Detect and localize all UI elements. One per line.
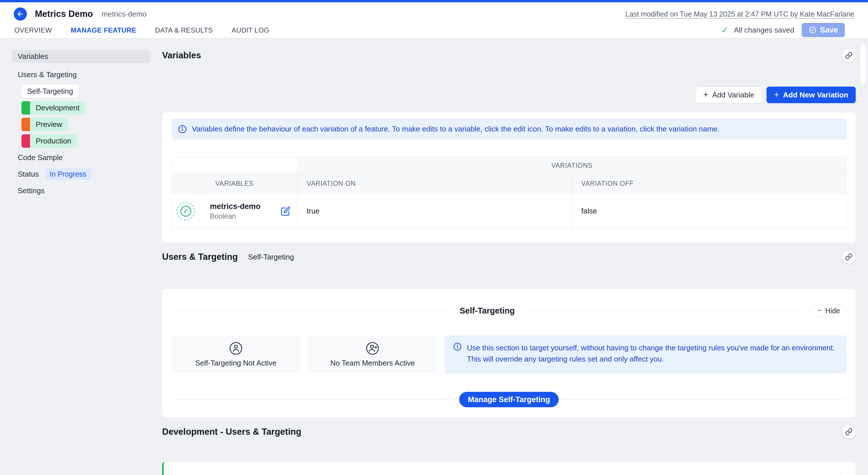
self-targeting-status-text: Self-Targeting Not Active (195, 359, 277, 368)
variation-on-value: true (298, 193, 572, 229)
sidebar-item-variables[interactable]: Variables (12, 50, 150, 63)
table-spacer-cell (172, 157, 298, 174)
variable-row: ✓ metrics-demo Boolean (172, 193, 846, 229)
users-targeting-anchor-link-button[interactable] (842, 250, 856, 264)
variable-name-cell: metrics-demo Boolean (200, 193, 298, 229)
development-section-header: Development - Users & Targeting (162, 417, 856, 447)
self-targeting-title: Self-Targeting (460, 306, 515, 316)
vertical-scrollbar-thumb[interactable] (860, 44, 867, 84)
status-badge[interactable]: In Progress (45, 168, 91, 180)
save-status-text: All changes saved (734, 26, 794, 35)
page-title: Metrics Demo (35, 9, 93, 19)
column-header-variation-on[interactable]: VARIATION ON (298, 174, 572, 193)
development-targeting-card: ✓ Targeting ON Use targeting rules to co… (162, 462, 856, 475)
variables-actions: + Add Variable + Add New Variation (162, 87, 856, 103)
variable-name: metrics-demo (210, 202, 260, 211)
sidebar-item-users-targeting[interactable]: Users & Targeting (12, 70, 76, 79)
development-color-chip (22, 101, 30, 115)
tab-overview[interactable]: OVERVIEW (14, 26, 52, 38)
column-header-variation-off[interactable]: VARIATION OFF (572, 174, 846, 193)
tab-audit-log[interactable]: AUDIT LOG (231, 26, 270, 38)
last-modified-link[interactable]: Last modified on Tue May 13 2025 at 2:47… (625, 10, 854, 18)
variable-type-cell: ✓ (172, 193, 200, 229)
development-heading: Development - Users & Targeting (162, 427, 301, 437)
sidebar-item-status[interactable]: Status (12, 170, 39, 179)
edit-variable-button[interactable] (281, 207, 290, 216)
edit-icon (281, 207, 290, 216)
variables-info-text: Variables define the behaviour of each v… (192, 124, 720, 134)
column-header-variables: VARIABLES (172, 174, 298, 193)
users-targeting-section-header: Users & Targeting Self-Targeting (162, 243, 856, 272)
feature-key: metrics-demo (101, 10, 146, 19)
sidebar-item-settings[interactable]: Settings (12, 186, 44, 195)
self-targeting-card: Self-Targeting − Hide Self-Targeting Not… (162, 289, 856, 417)
manage-self-targeting-row: Manage Self-Targeting (171, 392, 846, 407)
variables-anchor-link-button[interactable] (842, 49, 856, 62)
production-color-chip (22, 134, 30, 148)
link-icon (845, 428, 852, 436)
save-button[interactable]: Save (802, 23, 845, 37)
variations-group-header: VARIATIONS (298, 157, 846, 174)
divider-line (559, 400, 846, 400)
user-circle-icon (229, 342, 243, 355)
divider-line (171, 311, 452, 311)
preview-color-chip (22, 118, 30, 131)
self-targeting-info-text: Use this section to target yourself, wit… (467, 342, 838, 365)
self-targeting-header-row: Self-Targeting − Hide (171, 304, 846, 317)
boolean-variable-icon: ✓ (177, 202, 195, 221)
sidebar-item-code-sample[interactable]: Code Sample (12, 153, 63, 162)
divider-line (522, 311, 803, 311)
user-plus-circle-icon (366, 342, 379, 355)
divider-line (171, 400, 459, 400)
back-button[interactable] (14, 7, 27, 21)
variation-off-value: false (572, 193, 846, 229)
link-icon (845, 52, 852, 59)
check-icon: ✓ (721, 26, 729, 35)
self-targeting-info-panel: Use this section to target yourself, wit… (444, 336, 846, 374)
info-icon (178, 125, 187, 133)
sidebar-item-env-production[interactable]: Production (22, 134, 77, 148)
variable-type: Boolean (210, 212, 260, 220)
main-content: Variables + Add Variable + Add New Varia… (162, 38, 856, 475)
self-targeting-status-row: Self-Targeting Not Active No Team Member… (171, 336, 846, 374)
link-icon (845, 253, 852, 261)
self-targeting-status-box: Self-Targeting Not Active (171, 336, 301, 374)
users-targeting-heading: Users & Targeting (162, 252, 238, 262)
sidebar-item-env-preview[interactable]: Preview (22, 118, 68, 131)
circle-check-icon (809, 26, 816, 34)
variables-section-header: Variables (162, 38, 856, 71)
sidebar-item-self-targeting[interactable]: Self-Targeting (22, 85, 79, 98)
users-targeting-subheading: Self-Targeting (248, 253, 294, 261)
add-new-variation-button[interactable]: + Add New Variation (767, 87, 856, 103)
arrow-left-icon (17, 10, 24, 18)
variables-info-banner: Variables define the behaviour of each v… (171, 119, 846, 139)
team-members-status-box: No Team Members Active (308, 336, 437, 374)
add-variable-button[interactable]: + Add Variable (695, 87, 762, 103)
development-anchor-link-button[interactable] (842, 425, 856, 439)
sidebar: Variables Users & Targeting Self-Targeti… (0, 38, 155, 475)
variables-card: Variables define the behaviour of each v… (162, 112, 856, 243)
plus-icon: + (774, 90, 779, 99)
tab-data-results[interactable]: DATA & RESULTS (154, 26, 213, 38)
app-header: Metrics Demo metrics-demo Last modified … (0, 2, 868, 38)
hide-self-targeting-button[interactable]: − Hide (810, 304, 846, 317)
tab-manage-feature[interactable]: MANAGE FEATURE (70, 26, 137, 39)
sidebar-item-env-development[interactable]: Development (22, 101, 85, 115)
manage-self-targeting-button[interactable]: Manage Self-Targeting (459, 392, 559, 407)
accent-topbar (0, 0, 868, 2)
variables-table: VARIATIONS VARIABLES VARIATION ON VARIAT… (171, 157, 846, 229)
team-members-status-text: No Team Members Active (330, 359, 415, 368)
save-cluster: ✓ All changes saved Save (721, 23, 845, 37)
variables-heading: Variables (162, 50, 201, 61)
info-icon (453, 342, 462, 351)
minus-icon: − (817, 306, 822, 314)
plus-icon: + (703, 90, 709, 99)
